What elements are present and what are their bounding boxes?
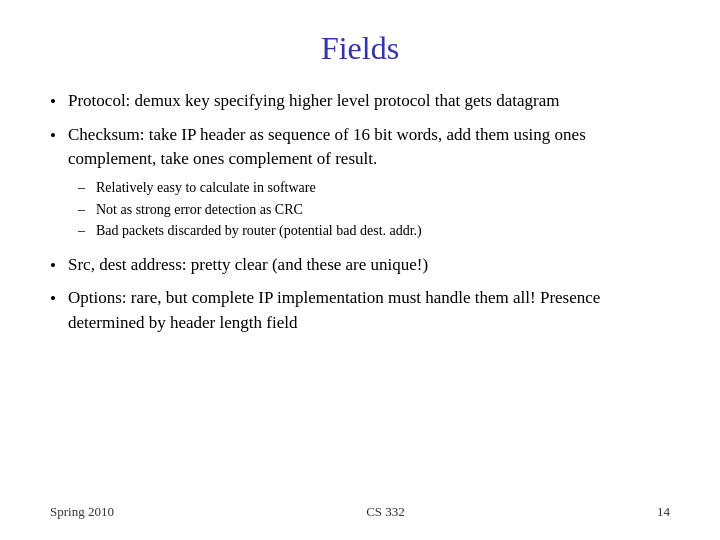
sub-text-3: Bad packets discarded by router (potenti… — [96, 221, 670, 241]
bullet-dot-3: • — [50, 254, 68, 279]
footer-center: CS 332 — [366, 504, 405, 520]
sub-text-2: Not as strong error detection as CRC — [96, 200, 670, 220]
bullet-dot-4: • — [50, 287, 68, 312]
bullet-dot-2: • — [50, 124, 68, 149]
bullet-text-2: Checksum: take IP header as sequence of … — [68, 123, 670, 245]
sub-item-3: – Bad packets discarded by router (poten… — [78, 221, 670, 241]
slide-title: Fields — [50, 30, 670, 67]
sub-item-2: – Not as strong error detection as CRC — [78, 200, 670, 220]
sub-dash-3: – — [78, 221, 96, 241]
bullet-text-4: Options: rare, but complete IP implement… — [68, 286, 670, 335]
bullet-item-4: • Options: rare, but complete IP impleme… — [50, 286, 670, 335]
sub-bullet-list: – Relatively easy to calculate in softwa… — [78, 178, 670, 241]
sub-text-1: Relatively easy to calculate in software — [96, 178, 670, 198]
sub-item-1: – Relatively easy to calculate in softwa… — [78, 178, 670, 198]
sub-dash-2: – — [78, 200, 96, 220]
footer-right: 14 — [657, 504, 670, 520]
slide-footer: Spring 2010 CS 332 14 — [50, 496, 670, 520]
bullet-text-1: Protocol: demux key specifying higher le… — [68, 89, 670, 114]
sub-dash-1: – — [78, 178, 96, 198]
bullet-item-1: • Protocol: demux key specifying higher … — [50, 89, 670, 115]
main-bullet-list: • Protocol: demux key specifying higher … — [50, 89, 670, 336]
bullet-item-3: • Src, dest address: pretty clear (and t… — [50, 253, 670, 279]
bullet-dot-1: • — [50, 90, 68, 115]
bullet-item-2: • Checksum: take IP header as sequence o… — [50, 123, 670, 245]
bullet-text-3: Src, dest address: pretty clear (and the… — [68, 253, 670, 278]
slide: Fields • Protocol: demux key specifying … — [0, 0, 720, 540]
footer-left: Spring 2010 — [50, 504, 114, 520]
slide-content: • Protocol: demux key specifying higher … — [50, 89, 670, 496]
